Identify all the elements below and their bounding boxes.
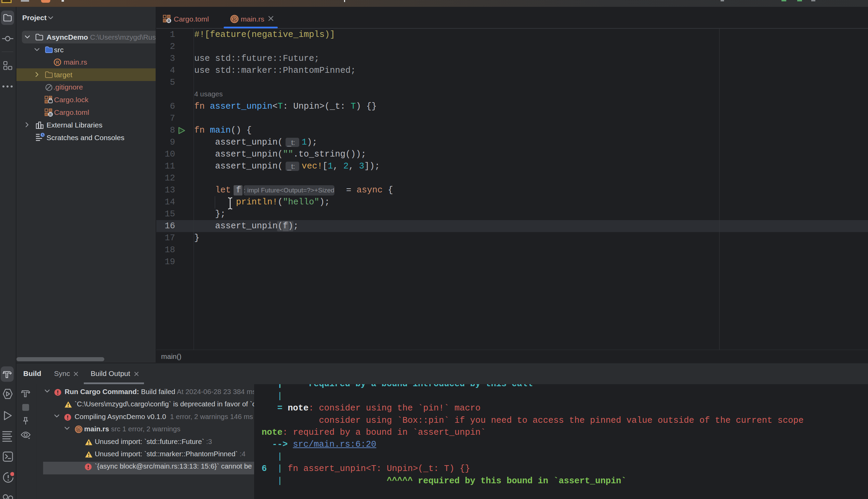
svg-text:R: R [49,113,52,117]
svg-text:R: R [77,427,80,432]
svg-text:R: R [233,17,236,22]
svg-text:R: R [56,60,59,65]
svg-text:R: R [168,19,170,23]
